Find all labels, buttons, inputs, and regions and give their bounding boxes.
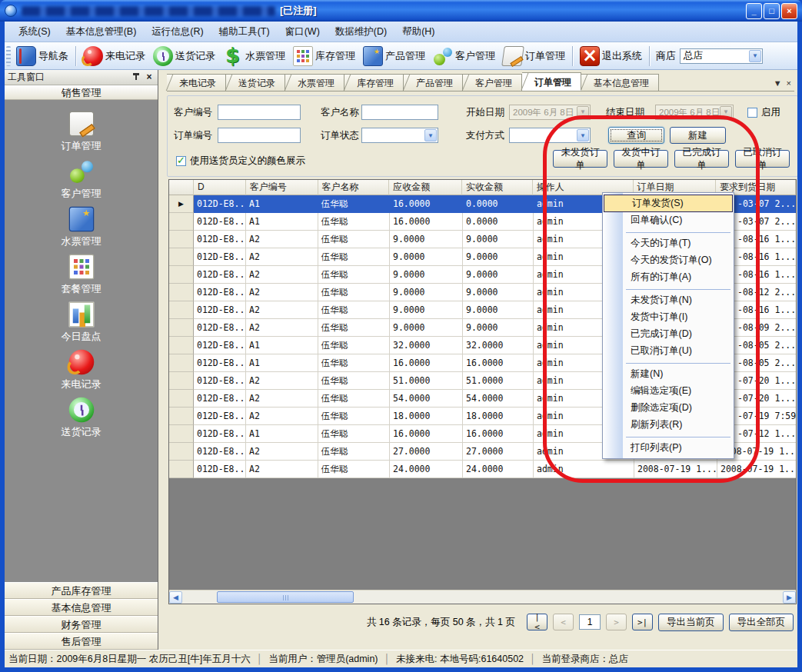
menu-item[interactable]: 运行信息(R) — [144, 25, 211, 38]
close-icon[interactable]: × — [144, 72, 155, 83]
row-marker — [169, 266, 194, 284]
menu-item[interactable]: 窗口(W) — [278, 25, 328, 38]
menu-item[interactable]: 辅助工具(T) — [211, 25, 278, 38]
table-cell: 9.0000 — [463, 301, 534, 319]
toolbar-button-2[interactable]: 来电记录 — [79, 45, 149, 68]
context-menu-item[interactable]: 所有的订单(A) — [603, 269, 734, 286]
driver-color-checkbox[interactable]: 使用送货员定义的颜色展示 — [176, 153, 305, 168]
context-menu-item[interactable]: 刷新列表(R) — [603, 417, 734, 434]
menu-item[interactable]: 帮助(H) — [394, 25, 442, 38]
prev-page-button[interactable]: < — [553, 614, 574, 630]
table-cell: 9.0000 — [390, 319, 463, 337]
table-cell: 51.0000 — [463, 372, 534, 390]
grid-column-header[interactable]: D — [194, 180, 246, 195]
sidebar-section-bar-1[interactable]: 产品库存管理 — [5, 582, 158, 599]
sidebar-item-1[interactable]: 订单管理 — [62, 114, 101, 153]
table-cell: A2 — [246, 390, 318, 408]
close-button[interactable]: × — [781, 3, 797, 19]
pay-method-select[interactable]: ▼ — [509, 128, 591, 143]
order-no-input[interactable] — [218, 128, 301, 143]
export-current-page-button[interactable]: 导出当前页 — [658, 614, 724, 631]
status-filter-button-3[interactable]: 已完成订单 — [674, 150, 729, 168]
menu-item[interactable]: 数据维护(D) — [328, 25, 394, 38]
toolbar-button-5[interactable]: 库存管理 — [289, 45, 359, 68]
export-all-pages-button[interactable]: 导出全部页 — [729, 614, 794, 631]
toolbar-separator — [75, 46, 76, 66]
grid-column-header[interactable]: 实收金额 — [462, 180, 533, 195]
context-menu-item[interactable]: 回单确认(C) — [603, 212, 734, 229]
order-status-select[interactable]: ▼ — [361, 128, 438, 143]
maximize-button[interactable]: □ — [764, 3, 780, 19]
pin-icon[interactable] — [131, 72, 141, 83]
table-row[interactable]: 012D-E8...A2伍华聪24.000024.0000admin2008-0… — [169, 461, 796, 478]
order-status-label: 订单状态 — [321, 128, 359, 143]
toolbar-button-1[interactable]: 导航条 — [12, 45, 72, 68]
sidebar-item-3[interactable]: 水票管理 — [62, 209, 101, 248]
toolbar-separator — [649, 46, 650, 66]
tab-dropdown-icon[interactable]: ▼ — [774, 78, 782, 88]
sidebar-item-5[interactable]: 今日盘点 — [62, 304, 101, 344]
scrollbar-thumb[interactable] — [217, 591, 354, 603]
sidebar-section-bar-3[interactable]: 财务管理 — [5, 616, 158, 633]
menu-item[interactable]: 基本信息管理(B) — [58, 25, 145, 38]
tab-4[interactable]: 库存管理 — [344, 74, 404, 91]
sidebar-item-7[interactable]: 送货记录 — [62, 400, 101, 439]
customer-name-input[interactable] — [361, 105, 438, 120]
customer-no-input[interactable] — [218, 105, 301, 120]
context-menu-item[interactable]: 删除选定项(D) — [603, 400, 734, 417]
tab-8[interactable]: 基本信息管理 — [581, 74, 659, 91]
next-page-button[interactable]: > — [606, 614, 627, 630]
tab-5[interactable]: 产品管理 — [404, 74, 463, 91]
toolbar-button-8[interactable]: 订单管理 — [499, 45, 569, 68]
menu-item[interactable]: 系统(S) — [11, 25, 58, 38]
sidebar-item-2[interactable]: 客户管理 — [62, 161, 101, 201]
scroll-left-icon[interactable]: ◀ — [169, 591, 182, 604]
grid-column-header[interactable]: 客户编号 — [246, 180, 318, 195]
first-page-button[interactable]: |< — [527, 614, 547, 630]
grid-column-header[interactable]: 客户名称 — [318, 180, 390, 195]
tab-1[interactable]: 来电记录 — [167, 74, 226, 91]
new-button[interactable]: 新建 — [670, 127, 726, 144]
page-number-input[interactable]: 1 — [579, 614, 601, 630]
horizontal-scrollbar[interactable]: ◀ ▶ — [169, 590, 796, 604]
toolbar-grip[interactable] — [6, 46, 11, 66]
context-menu-item[interactable]: 今天的发货订单(O) — [603, 252, 734, 269]
context-menu-item[interactable]: 发货中订单(I) — [603, 309, 734, 326]
sidebar-section-bar-4[interactable]: 售后管理 — [5, 633, 158, 650]
tab-2[interactable]: 送货记录 — [226, 74, 285, 91]
context-menu-item[interactable]: 已完成订单(D) — [603, 326, 734, 343]
tab-7[interactable]: 订单管理 — [522, 72, 581, 91]
context-menu-item[interactable]: 订单发货(S) — [604, 195, 733, 212]
toolbar-button-6[interactable]: 产品管理 — [359, 45, 429, 68]
context-menu-item[interactable]: 未发货订单(N) — [603, 292, 734, 309]
start-date-picker[interactable]: 2009年 6月 8日 ▼ — [509, 105, 591, 120]
toolbar-button-3[interactable]: 送货记录 — [149, 45, 219, 68]
end-date-picker[interactable]: 2009年 6月 8日 ▼ — [655, 105, 734, 120]
last-page-button[interactable]: >| — [632, 614, 653, 630]
toolbar-button-4[interactable]: 水票管理 — [219, 45, 289, 68]
query-button[interactable]: 查询 — [608, 127, 664, 144]
title-bar[interactable]: [已注册] _ □ × — [0, 0, 802, 22]
toolbar-button-9[interactable]: 退出系统 — [576, 45, 646, 68]
status-filter-button-4[interactable]: 已取消订单 — [735, 150, 790, 168]
status-filter-button-2[interactable]: 发货中订单 — [614, 150, 668, 168]
context-menu-item[interactable]: 新建(N) — [603, 366, 734, 383]
minimize-button[interactable]: _ — [746, 3, 762, 19]
status-filter-button-1[interactable]: 未发货订单 — [553, 150, 607, 168]
tab-3[interactable]: 水票管理 — [285, 74, 344, 91]
context-menu-item[interactable]: 编辑选定项(E) — [603, 383, 734, 400]
grid-column-header[interactable]: 应收金额 — [389, 180, 462, 195]
sidebar-section-bar-2[interactable]: 基本信息管理 — [5, 599, 158, 616]
store-select[interactable]: 总店▼ — [680, 48, 763, 64]
toolbar-button-label: 水票管理 — [245, 49, 285, 63]
context-menu-item[interactable]: 今天的订单(T) — [603, 235, 734, 252]
tab-close-icon[interactable]: × — [787, 78, 791, 88]
sidebar-item-6[interactable]: 来电记录 — [62, 352, 101, 391]
scroll-right-icon[interactable]: ▶ — [783, 591, 796, 604]
toolbar-button-7[interactable]: 客户管理 — [429, 45, 499, 68]
context-menu-item[interactable]: 已取消订单(U) — [603, 343, 734, 360]
sidebar-item-4[interactable]: 套餐管理 — [62, 257, 101, 296]
context-menu-item[interactable]: 打印列表(P) — [603, 440, 734, 457]
tab-6[interactable]: 客户管理 — [463, 74, 522, 91]
enable-checkbox[interactable]: 启用 — [747, 105, 780, 120]
